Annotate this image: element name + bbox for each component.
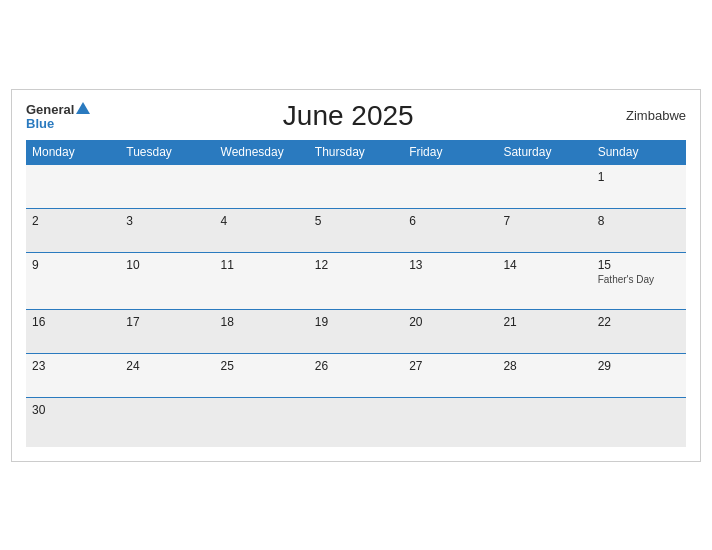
month-title: June 2025: [90, 100, 606, 132]
day-number: 30: [32, 403, 114, 417]
day-number: 23: [32, 359, 114, 373]
calendar-week-row: 23242526272829: [26, 353, 686, 397]
day-number: 4: [221, 214, 303, 228]
weekday-header-sunday: Sunday: [592, 140, 686, 165]
calendar-cell: [403, 397, 497, 447]
day-number: 27: [409, 359, 491, 373]
event-label: Father's Day: [598, 274, 680, 285]
calendar-cell: 13: [403, 252, 497, 309]
calendar-cell: 23: [26, 353, 120, 397]
weekday-header-tuesday: Tuesday: [120, 140, 214, 165]
calendar-cell: 2: [26, 208, 120, 252]
day-number: 20: [409, 315, 491, 329]
day-number: 2: [32, 214, 114, 228]
day-number: 28: [503, 359, 585, 373]
day-number: 25: [221, 359, 303, 373]
day-number: 29: [598, 359, 680, 373]
country-label: Zimbabwe: [606, 108, 686, 123]
day-number: 5: [315, 214, 397, 228]
day-number: 7: [503, 214, 585, 228]
day-number: 13: [409, 258, 491, 272]
calendar-cell: 9: [26, 252, 120, 309]
calendar-week-row: 30: [26, 397, 686, 447]
calendar-cell: 12: [309, 252, 403, 309]
day-number: 21: [503, 315, 585, 329]
calendar-cell: 5: [309, 208, 403, 252]
weekday-header-monday: Monday: [26, 140, 120, 165]
calendar-cell: [120, 397, 214, 447]
calendar-cell: 11: [215, 252, 309, 309]
calendar-cell: 25: [215, 353, 309, 397]
calendar-cell: 6: [403, 208, 497, 252]
weekday-header-friday: Friday: [403, 140, 497, 165]
calendar-cell: 1: [592, 164, 686, 208]
day-number: 15: [598, 258, 680, 272]
day-number: 12: [315, 258, 397, 272]
calendar-cell: 20: [403, 309, 497, 353]
day-number: 22: [598, 315, 680, 329]
calendar-cell: [309, 397, 403, 447]
day-number: 16: [32, 315, 114, 329]
calendar-cell: 16: [26, 309, 120, 353]
day-number: 3: [126, 214, 208, 228]
logo-general-text: General: [26, 100, 90, 118]
day-number: 6: [409, 214, 491, 228]
day-number: 9: [32, 258, 114, 272]
day-number: 19: [315, 315, 397, 329]
day-number: 14: [503, 258, 585, 272]
calendar-cell: [215, 164, 309, 208]
calendar-cell: [215, 397, 309, 447]
calendar-cell: [497, 164, 591, 208]
calendar-cell: [497, 397, 591, 447]
calendar-cell: 21: [497, 309, 591, 353]
day-number: 26: [315, 359, 397, 373]
calendar-cell: 18: [215, 309, 309, 353]
calendar-cell: [592, 397, 686, 447]
calendar-cell: 15Father's Day: [592, 252, 686, 309]
day-number: 11: [221, 258, 303, 272]
weekday-header-thursday: Thursday: [309, 140, 403, 165]
calendar-week-row: 2345678: [26, 208, 686, 252]
calendar-cell: 30: [26, 397, 120, 447]
day-number: 17: [126, 315, 208, 329]
logo-triangle-icon: [76, 102, 90, 114]
calendar-week-row: 1: [26, 164, 686, 208]
calendar-week-row: 9101112131415Father's Day: [26, 252, 686, 309]
weekday-header-wednesday: Wednesday: [215, 140, 309, 165]
calendar-cell: [26, 164, 120, 208]
calendar-header: General Blue June 2025 Zimbabwe: [26, 100, 686, 132]
day-number: 24: [126, 359, 208, 373]
day-number: 1: [598, 170, 680, 184]
calendar-cell: 29: [592, 353, 686, 397]
calendar-cell: [120, 164, 214, 208]
calendar-table: MondayTuesdayWednesdayThursdayFridaySatu…: [26, 140, 686, 447]
calendar-cell: 22: [592, 309, 686, 353]
calendar-cell: 24: [120, 353, 214, 397]
calendar-week-row: 16171819202122: [26, 309, 686, 353]
calendar-cell: 17: [120, 309, 214, 353]
logo-blue-text: Blue: [26, 117, 90, 131]
weekday-header-row: MondayTuesdayWednesdayThursdayFridaySatu…: [26, 140, 686, 165]
calendar-container: General Blue June 2025 Zimbabwe MondayTu…: [11, 89, 701, 462]
calendar-cell: 3: [120, 208, 214, 252]
calendar-cell: 10: [120, 252, 214, 309]
calendar-cell: 27: [403, 353, 497, 397]
calendar-cell: [403, 164, 497, 208]
day-number: 10: [126, 258, 208, 272]
logo: General Blue: [26, 100, 90, 132]
calendar-cell: 26: [309, 353, 403, 397]
calendar-cell: 4: [215, 208, 309, 252]
day-number: 18: [221, 315, 303, 329]
calendar-cell: 8: [592, 208, 686, 252]
calendar-cell: 14: [497, 252, 591, 309]
day-number: 8: [598, 214, 680, 228]
calendar-cell: 19: [309, 309, 403, 353]
calendar-cell: [309, 164, 403, 208]
weekday-header-saturday: Saturday: [497, 140, 591, 165]
calendar-cell: 7: [497, 208, 591, 252]
calendar-cell: 28: [497, 353, 591, 397]
